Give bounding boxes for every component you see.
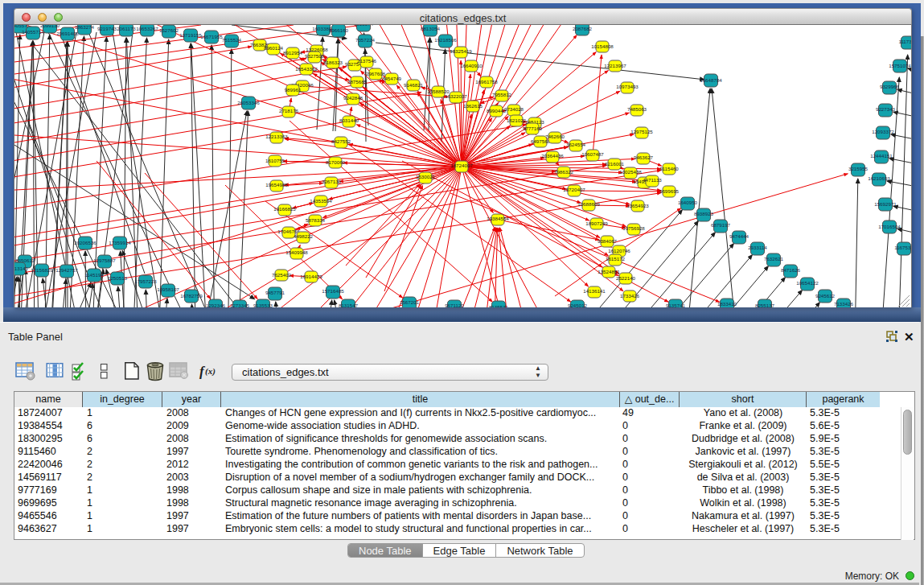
svg-text:19166825: 19166825 bbox=[273, 206, 296, 212]
svg-text:1640950: 1640950 bbox=[678, 200, 698, 205]
svg-text:1117331: 1117331 bbox=[898, 39, 912, 44]
svg-text:16543362: 16543362 bbox=[295, 66, 318, 72]
svg-text:17957223: 17957223 bbox=[134, 278, 157, 284]
svg-text:19756928: 19756928 bbox=[622, 225, 645, 231]
svg-text:10607487: 10607487 bbox=[581, 151, 604, 157]
svg-text:9734028: 9734028 bbox=[504, 106, 524, 112]
svg-text:9242848: 9242848 bbox=[343, 95, 363, 101]
svg-text:15720407: 15720407 bbox=[563, 187, 585, 192]
svg-text:13654923: 13654923 bbox=[626, 203, 649, 208]
svg-text:8255137: 8255137 bbox=[755, 303, 775, 307]
svg-text:19218506: 19218506 bbox=[434, 37, 457, 43]
svg-text:9474444: 9474444 bbox=[729, 233, 749, 239]
svg-text:1567201: 1567201 bbox=[400, 299, 420, 305]
svg-text:16120746: 16120746 bbox=[608, 248, 630, 253]
svg-text:17359914: 17359914 bbox=[109, 240, 131, 245]
svg-text:12975887: 12975887 bbox=[93, 257, 116, 263]
svg-text:6216001: 6216001 bbox=[605, 161, 625, 167]
svg-text:1250513: 1250513 bbox=[108, 275, 128, 281]
svg-text:1863274: 1863274 bbox=[75, 25, 95, 30]
svg-text:26053346: 26053346 bbox=[237, 100, 260, 105]
svg-text:15409948: 15409948 bbox=[285, 249, 308, 255]
svg-text:9327508: 9327508 bbox=[305, 53, 325, 59]
svg-text:3624554: 3624554 bbox=[566, 142, 586, 147]
svg-text:7625402: 7625402 bbox=[272, 272, 292, 278]
svg-text:3875685: 3875685 bbox=[347, 79, 368, 84]
svg-text:15692971: 15692971 bbox=[874, 201, 897, 207]
svg-text:10958107: 10958107 bbox=[157, 286, 179, 292]
svg-text:3913141: 3913141 bbox=[14, 266, 29, 271]
svg-text:9457791: 9457791 bbox=[265, 290, 285, 295]
svg-text:8170060: 8170060 bbox=[326, 159, 346, 165]
svg-text:9219743: 9219743 bbox=[97, 26, 117, 31]
svg-text:15716485: 15716485 bbox=[322, 288, 344, 294]
svg-text:16961758: 16961758 bbox=[475, 79, 498, 84]
svg-text:14055714: 14055714 bbox=[22, 29, 44, 35]
svg-text:7133426: 7133426 bbox=[834, 301, 854, 307]
svg-text:1610755: 1610755 bbox=[265, 158, 285, 163]
svg-text:7955812: 7955812 bbox=[492, 92, 512, 97]
svg-text:12213967: 12213967 bbox=[604, 63, 626, 68]
svg-text:2137546: 2137546 bbox=[357, 58, 377, 64]
svg-text:15751074: 15751074 bbox=[889, 63, 911, 68]
svg-text:19384554: 19384554 bbox=[487, 216, 509, 221]
svg-text:13524851: 13524851 bbox=[598, 269, 620, 274]
svg-text:16322037: 16322037 bbox=[445, 93, 467, 99]
svg-text:16782759: 16782759 bbox=[180, 293, 203, 299]
svg-text:7462660: 7462660 bbox=[545, 134, 565, 139]
svg-text:17016504: 17016504 bbox=[878, 224, 901, 229]
svg-text:9329966: 9329966 bbox=[880, 84, 900, 89]
svg-text:8938923: 8938923 bbox=[694, 211, 714, 216]
svg-text:2087682: 2087682 bbox=[573, 26, 593, 31]
svg-text:18907249: 18907249 bbox=[585, 220, 608, 226]
svg-text:10973493: 10973493 bbox=[616, 84, 639, 89]
svg-text:3267130: 3267130 bbox=[322, 179, 342, 184]
svg-text:7357224: 7357224 bbox=[355, 37, 376, 43]
svg-text:16640910: 16640910 bbox=[460, 63, 483, 68]
svg-text:20691406: 20691406 bbox=[56, 31, 79, 36]
svg-text:9245612: 9245612 bbox=[815, 293, 836, 299]
svg-text:8471626: 8471626 bbox=[781, 267, 801, 273]
svg-text:2933114: 2933114 bbox=[748, 245, 767, 250]
svg-text:8135531: 8135531 bbox=[489, 304, 509, 307]
svg-text:8813054: 8813054 bbox=[421, 26, 441, 31]
svg-text:10688609: 10688609 bbox=[577, 201, 600, 207]
svg-text:1292346: 1292346 bbox=[206, 303, 226, 307]
svg-text:12444151: 12444151 bbox=[870, 153, 893, 159]
svg-text:6879197: 6879197 bbox=[711, 222, 731, 228]
svg-text:1530021: 1530021 bbox=[416, 174, 436, 179]
svg-text:2099130: 2099130 bbox=[40, 25, 60, 28]
svg-text:(x): (x) bbox=[205, 366, 216, 377]
svg-text:9699695: 9699695 bbox=[659, 188, 680, 194]
svg-text:9135533: 9135533 bbox=[253, 303, 273, 307]
svg-text:1615172: 1615172 bbox=[606, 256, 626, 262]
svg-text:7632621: 7632621 bbox=[764, 256, 784, 262]
svg-text:2718176: 2718176 bbox=[279, 108, 299, 113]
svg-text:19654985: 19654985 bbox=[265, 182, 288, 187]
svg-text:10154808: 10154808 bbox=[591, 43, 614, 49]
svg-text:1167533: 1167533 bbox=[894, 245, 912, 250]
svg-text:10719155: 10719155 bbox=[179, 32, 202, 38]
svg-text:1733426: 1733426 bbox=[620, 293, 640, 299]
svg-text:1527602: 1527602 bbox=[159, 27, 179, 33]
svg-text:14136141: 14136141 bbox=[583, 288, 606, 294]
svg-text:8454749: 8454749 bbox=[382, 76, 402, 81]
svg-text:8990443: 8990443 bbox=[487, 108, 507, 113]
svg-text:9227343: 9227343 bbox=[876, 106, 896, 112]
svg-text:16914479: 16914479 bbox=[300, 274, 322, 279]
svg-text:2061173: 2061173 bbox=[117, 26, 136, 31]
svg-text:9245012: 9245012 bbox=[568, 303, 588, 307]
svg-text:9135741: 9135741 bbox=[666, 303, 686, 307]
svg-text:7485063: 7485063 bbox=[627, 106, 647, 112]
svg-text:10654122: 10654122 bbox=[796, 280, 819, 286]
svg-text:12975125: 12975125 bbox=[630, 129, 653, 134]
svg-text:12942757: 12942757 bbox=[55, 267, 78, 273]
svg-text:12156829: 12156829 bbox=[31, 267, 53, 273]
svg-text:4471133: 4471133 bbox=[643, 177, 662, 183]
svg-text:1833410: 1833410 bbox=[717, 301, 737, 307]
svg-text:4498222: 4498222 bbox=[294, 233, 314, 239]
svg-text:13325419: 13325419 bbox=[450, 48, 472, 54]
svg-text:12213363: 12213363 bbox=[265, 134, 288, 139]
svg-text:8031440: 8031440 bbox=[339, 117, 359, 123]
svg-text:7986322: 7986322 bbox=[554, 169, 574, 175]
